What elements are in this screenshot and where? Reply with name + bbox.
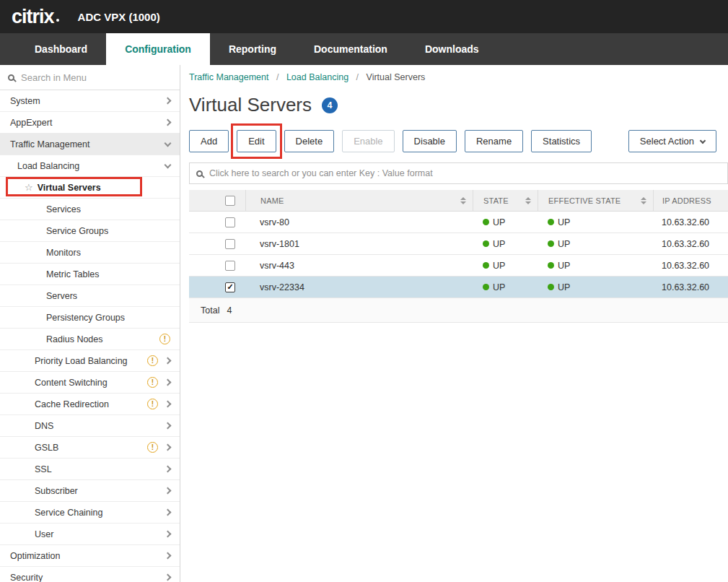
column-label: EFFECTIVE STATE <box>548 196 620 205</box>
cell-effective-state: UP <box>558 282 570 292</box>
tab-reporting[interactable]: Reporting <box>210 33 295 65</box>
sidebar-item-service-chaining[interactable]: Service Chaining <box>0 502 180 524</box>
sidebar-item-label: Metric Tables <box>46 269 99 279</box>
sidebar-item-persistency-groups[interactable]: Persistency Groups <box>0 307 180 329</box>
sidebar-search-input[interactable] <box>21 72 172 83</box>
cell-state: UP <box>493 261 505 271</box>
tab-configuration[interactable]: Configuration <box>106 33 210 65</box>
breadcrumb-separator: / <box>356 72 359 82</box>
chevron-right-icon <box>165 444 172 451</box>
sidebar-item-priority-load-balancing[interactable]: Priority Load Balancing <box>0 350 180 372</box>
column-label: STATE <box>483 196 509 205</box>
status-up-icon <box>548 262 554 269</box>
table-row[interactable]: vsrv-1801 UP UP 10.63.32.60 <box>189 233 728 255</box>
sidebar-item-label: Subscriber <box>35 486 78 496</box>
sort-icon[interactable] <box>641 197 646 204</box>
sidebar-item-cache-redirection[interactable]: Cache Redirection <box>0 394 180 415</box>
sidebar-item-label: System <box>10 96 40 106</box>
sidebar-item-user[interactable]: User <box>0 524 180 545</box>
tab-downloads[interactable]: Downloads <box>406 33 498 65</box>
sidebar-item-monitors[interactable]: Monitors <box>0 242 180 264</box>
column-header-ip-address[interactable]: IP ADDRESS <box>653 190 728 211</box>
cell-state: UP <box>493 239 505 249</box>
breadcrumb: Traffic Management / Load Balancing / Vi… <box>189 72 728 82</box>
sidebar-item-label: SSL <box>35 464 52 474</box>
table-row[interactable]: vsrv-22334 UP UP 10.63.32.60 <box>189 277 728 298</box>
sidebar-item-services[interactable]: Services <box>0 199 180 220</box>
citrix-logo: citrix <box>12 7 54 27</box>
chevron-down-icon <box>165 161 172 168</box>
cell-ip-address: 10.63.32.60 <box>653 233 728 254</box>
cell-name: vsrv-443 <box>245 255 473 276</box>
sidebar-item-security[interactable]: Security <box>0 567 180 582</box>
chevron-right-icon <box>165 574 172 581</box>
add-button[interactable]: Add <box>189 130 229 152</box>
total-label: Total <box>201 305 219 316</box>
column-header-state[interactable]: STATE <box>473 190 538 211</box>
cell-effective-state: UP <box>558 217 570 227</box>
tab-dashboard[interactable]: Dashboard <box>16 33 106 65</box>
main-content: Traffic Management / Load Balancing / Vi… <box>180 65 728 582</box>
tab-documentation[interactable]: Documentation <box>295 33 406 65</box>
sidebar-item-traffic-management[interactable]: Traffic Management <box>0 134 180 155</box>
breadcrumb-traffic-management[interactable]: Traffic Management <box>189 72 268 82</box>
cell-effective-state: UP <box>558 239 570 249</box>
chevron-right-icon <box>165 422 172 430</box>
column-label: IP ADDRESS <box>662 196 711 205</box>
row-checkbox[interactable] <box>225 239 235 249</box>
disable-button[interactable]: Disable <box>403 130 457 152</box>
table-search-input[interactable] <box>209 168 721 178</box>
sidebar-item-optimization[interactable]: Optimization <box>0 545 180 567</box>
sidebar-item-content-switching[interactable]: Content Switching <box>0 372 180 394</box>
app-window: citrix ADC VPX (1000) Dashboard Configur… <box>0 0 728 582</box>
sidebar-item-label: DNS <box>35 421 53 431</box>
select-all-checkbox[interactable] <box>225 196 235 206</box>
column-label: NAME <box>260 196 284 205</box>
cell-name: vsrv-80 <box>245 212 473 233</box>
sidebar-item-virtual-servers[interactable]: Virtual Servers <box>0 177 180 199</box>
sidebar-item-gslb[interactable]: GSLB <box>0 437 180 459</box>
sidebar-item-load-balancing[interactable]: Load Balancing <box>0 155 180 177</box>
table-row[interactable]: vsrv-443 UP UP 10.63.32.60 <box>189 255 728 277</box>
sidebar-item-appexpert[interactable]: AppExpert <box>0 112 180 134</box>
primary-nav: Dashboard Configuration Reporting Docume… <box>0 33 728 65</box>
breadcrumb-load-balancing[interactable]: Load Balancing <box>286 72 348 82</box>
sort-icon[interactable] <box>460 197 466 204</box>
status-up-icon <box>548 240 554 247</box>
column-header-effective-state[interactable]: EFFECTIVE STATE <box>538 190 653 211</box>
sidebar-item-label: GSLB <box>35 443 58 453</box>
sidebar-item-label: Content Switching <box>35 378 108 388</box>
rename-button[interactable]: Rename <box>465 130 523 152</box>
count-badge: 4 <box>322 97 338 113</box>
sidebar-item-label: Virtual Servers <box>38 183 101 193</box>
sidebar-item-metric-tables[interactable]: Metric Tables <box>0 264 180 285</box>
chevron-right-icon <box>165 357 172 365</box>
statistics-button[interactable]: Statistics <box>531 130 592 152</box>
edit-button[interactable]: Edit <box>237 130 276 152</box>
sidebar-item-service-groups[interactable]: Service Groups <box>0 220 180 242</box>
select-action-dropdown[interactable]: Select Action <box>628 130 716 152</box>
status-up-icon <box>483 262 489 269</box>
sort-icon[interactable] <box>525 197 531 204</box>
sidebar-item-radius-nodes[interactable]: Radius Nodes <box>0 329 180 350</box>
sidebar-item-servers[interactable]: Servers <box>0 285 180 307</box>
cell-effective-state: UP <box>558 261 570 271</box>
sidebar-item-label: Services <box>46 204 81 214</box>
sidebar-item-ssl[interactable]: SSL <box>0 459 180 480</box>
warning-icon <box>147 399 158 409</box>
sidebar-item-label: Radius Nodes <box>46 334 103 344</box>
row-checkbox[interactable] <box>225 217 235 227</box>
sidebar-item-system[interactable]: System <box>0 90 180 112</box>
sidebar-search[interactable] <box>0 65 180 90</box>
status-up-icon <box>483 284 489 290</box>
row-checkbox[interactable] <box>225 282 235 292</box>
row-checkbox[interactable] <box>225 261 235 271</box>
chevron-right-icon <box>165 119 172 126</box>
table-row[interactable]: vsrv-80 UP UP 10.63.32.60 <box>189 212 728 233</box>
delete-button[interactable]: Delete <box>284 130 335 152</box>
sidebar-item-label: Service Chaining <box>35 508 103 518</box>
sidebar-item-subscriber[interactable]: Subscriber <box>0 480 180 502</box>
column-header-name[interactable]: NAME <box>245 190 473 211</box>
sidebar-item-dns[interactable]: DNS <box>0 415 180 437</box>
table-search-bar[interactable] <box>189 162 728 184</box>
